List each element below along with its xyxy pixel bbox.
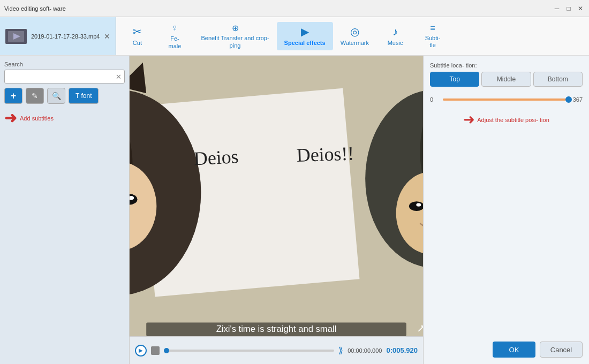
tab-watermark[interactable]: ◎ Watermark — [333, 22, 376, 50]
tab-subtitle-label: Subti-tle — [425, 35, 441, 49]
timeline-thumb[interactable] — [164, 348, 169, 353]
location-top-button[interactable]: Top — [430, 72, 479, 87]
play-button[interactable]: ▶ — [135, 345, 147, 357]
timeline-end-icon[interactable]: ⟫ — [338, 345, 343, 355]
svg-text:↗: ↗ — [417, 322, 423, 334]
maximize-button[interactable]: □ — [564, 4, 573, 13]
svg-point-24 — [416, 203, 421, 206]
tab-music-label: Music — [388, 40, 403, 47]
svg-text:Zixi's time is straight and sm: Zixi's time is straight and small — [216, 324, 337, 334]
search-subtitle-button[interactable]: 🔍 — [47, 88, 65, 104]
subtitle-icon: ≡ — [430, 24, 435, 33]
app-title: Video editing soft- ware — [4, 5, 66, 12]
female-icon: ♀ — [171, 22, 179, 34]
timeline-bar: ▶ ⟫ 00:00:00.000 0:005.920 — [130, 336, 423, 364]
position-slider-thumb[interactable] — [565, 96, 572, 103]
tab-subtitle[interactable]: ≡ Subti-tle — [414, 20, 451, 52]
tab-female[interactable]: ♀ Fe-male — [156, 19, 193, 52]
subtitle-panel: Subtitle loca- tion: Top Middle Bottom 0… — [423, 56, 589, 364]
benefit-icon: ⊕ — [232, 23, 239, 33]
title-bar: Video editing soft- ware ─ □ ✕ — [0, 0, 589, 17]
tab-benefit-label: Benefit Transfer and crop-ping — [201, 35, 269, 49]
edit-subtitle-button[interactable]: ✎ — [26, 88, 44, 104]
ok-button[interactable]: OK — [493, 342, 535, 358]
close-button[interactable]: ✕ — [576, 4, 585, 13]
tab-benefit[interactable]: ⊕ Benefit Transfer and crop-ping — [193, 20, 276, 52]
adjust-label: Adjust the subtitle posi- tion — [477, 117, 549, 123]
sidebar: Search ✕ + ✎ 🔍 T font ➜ Add subtitles — [0, 56, 130, 364]
tab-watermark-label: Watermark — [341, 40, 369, 47]
font-button[interactable]: T font — [69, 88, 99, 104]
watermark-icon: ◎ — [350, 25, 359, 38]
panel-bottom-buttons: OK Cancel — [430, 336, 583, 358]
file-thumbnail — [5, 29, 27, 44]
search-label: Search — [4, 61, 125, 67]
tab-cut-label: Cut — [133, 40, 142, 47]
tab-effects-label: Special effects — [284, 40, 326, 47]
svg-text:Deios: Deios — [193, 146, 239, 169]
search-input[interactable] — [4, 70, 125, 84]
minimize-button[interactable]: ─ — [553, 4, 561, 13]
position-min-label: 0 — [430, 96, 439, 103]
main-layout: Search ✕ + ✎ 🔍 T font ➜ Add subtitles — [0, 56, 589, 364]
search-clear-icon[interactable]: ✕ — [116, 73, 122, 81]
cancel-button[interactable]: Cancel — [540, 342, 583, 358]
timeline-track[interactable] — [164, 350, 334, 352]
file-tab[interactable]: 2019-01-17-17-28-33.mp4 ✕ — [0, 17, 116, 55]
window-controls: ─ □ ✕ — [553, 4, 585, 13]
position-slider[interactable] — [443, 98, 569, 101]
content-area: Deios Deios!! Zixi's time is straight an… — [130, 56, 423, 364]
tab-cut[interactable]: ✂ Cut — [118, 22, 156, 50]
adjust-arrow-icon: ➜ — [463, 111, 475, 128]
file-close-icon[interactable]: ✕ — [104, 32, 110, 41]
position-max-label: 367 — [573, 96, 583, 103]
music-icon: ♪ — [392, 26, 398, 38]
tab-female-label: Fe-male — [169, 35, 182, 49]
stop-button[interactable] — [151, 346, 160, 355]
position-row: 0 367 — [430, 96, 583, 103]
location-middle-button[interactable]: Middle — [481, 72, 531, 87]
toolbar-tabs: ✂ Cut ♀ Fe-male ⊕ Benefit Transfer and c… — [116, 17, 589, 55]
cut-icon: ✂ — [133, 25, 142, 38]
subtitle-location-label: Subtitle loca- tion: — [430, 62, 583, 69]
tab-music[interactable]: ♪ Music — [376, 22, 414, 50]
position-slider-fill — [443, 98, 566, 101]
effects-icon: ▶ — [301, 25, 309, 38]
add-subtitle-button[interactable]: + — [4, 88, 22, 104]
location-buttons: Top Middle Bottom — [430, 72, 583, 87]
video-display: Deios Deios!! Zixi's time is straight an… — [130, 56, 423, 336]
font-button-label: T font — [75, 92, 92, 100]
add-arrow-icon: ➜ — [4, 109, 17, 127]
file-name: 2019-01-17-17-28-33.mp4 — [31, 33, 100, 40]
tab-bar: 2019-01-17-17-28-33.mp4 ✕ ✂ Cut ♀ Fe-mal… — [0, 17, 589, 56]
svg-text:Deios!!: Deios!! — [296, 142, 354, 166]
video-container: Deios Deios!! Zixi's time is straight an… — [130, 56, 423, 336]
timeline-current-time: 00:00:00.000 — [348, 347, 382, 354]
tab-effects[interactable]: ▶ Special effects — [277, 22, 333, 50]
timeline-duration: 0:005.920 — [386, 346, 418, 354]
add-subtitles-label: Add subtitles — [20, 115, 54, 122]
location-bottom-button[interactable]: Bottom — [533, 72, 583, 87]
